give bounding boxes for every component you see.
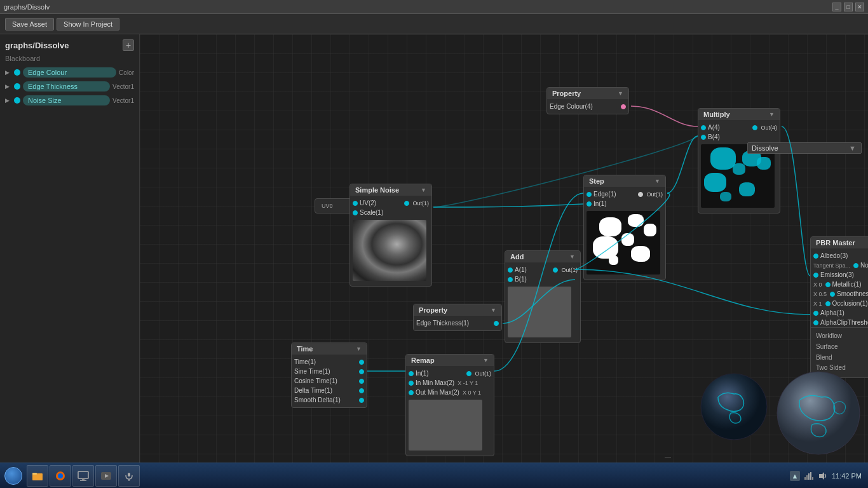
preview-sphere-1-svg xyxy=(699,369,769,445)
port-mul-b[interactable] xyxy=(701,135,706,140)
simple-noise-expand[interactable]: ▼ xyxy=(421,187,426,193)
port-pbr-smoothness[interactable] xyxy=(830,292,835,297)
prop-dot-edge-thickness xyxy=(14,83,20,90)
port-mul-a[interactable] xyxy=(701,125,706,130)
titlebar: graphs/Dissolv _ □ ✕ xyxy=(0,0,868,14)
multiply-preview xyxy=(701,144,775,208)
sidebar-add-button[interactable]: + xyxy=(123,39,134,51)
remap-outminmax-row: Out Min Max(2) X 0 Y 1 xyxy=(406,388,494,397)
port-add-b[interactable] xyxy=(508,277,513,282)
maximize-button[interactable]: □ xyxy=(844,3,853,11)
port-step-edge[interactable] xyxy=(587,192,592,197)
add-b-row: B(1) xyxy=(505,274,580,284)
node-step[interactable]: Step ▼ Edge(1) Out(1) In(1) xyxy=(583,175,666,280)
node-property-thickness[interactable]: Property ▼ Edge Thickness(1) xyxy=(413,304,502,331)
prop-label-edge-colour[interactable]: Edge Colour xyxy=(23,67,116,78)
port-pbr-alpha[interactable] xyxy=(813,311,818,316)
pbr-blend-row: Blend Alp... xyxy=(813,352,868,363)
add-expand[interactable]: ▼ xyxy=(569,254,575,260)
port-pbr-alphaclip[interactable] xyxy=(813,320,818,325)
canvas-area[interactable]: UV0 Simple Noise ▼ UV(2) Out(1) xyxy=(140,34,868,463)
svg-rect-16 xyxy=(810,472,811,480)
port-smooth-out[interactable] xyxy=(359,398,364,403)
port-delta-out[interactable] xyxy=(359,388,364,393)
step-expand[interactable]: ▼ xyxy=(654,178,660,184)
start-orb-icon xyxy=(4,467,22,485)
port-pbr-albedo[interactable] xyxy=(813,254,818,259)
time-delta-row: Delta Time(1) xyxy=(292,386,367,395)
port-remap-out[interactable] xyxy=(466,371,471,376)
remap-inminmax-value: X -1 Y 1 xyxy=(458,380,478,386)
taskbar-app-firefox[interactable] xyxy=(50,465,71,487)
time-expand[interactable]: ▼ xyxy=(356,346,362,352)
port-mul-out[interactable] xyxy=(752,125,757,130)
scroll-indicator: — xyxy=(665,453,671,460)
node-add[interactable]: Add ▼ A(1) Out(1) B(1) xyxy=(505,250,581,343)
minimize-button[interactable]: _ xyxy=(832,3,841,11)
taskbar-clock: 11:42 PM xyxy=(832,472,862,480)
port-add-a[interactable] xyxy=(508,268,513,273)
expand-icon-noise[interactable]: ▶ xyxy=(5,97,11,104)
port-add-out[interactable] xyxy=(553,268,558,273)
pbr-master-body: Albedo(3) Tangent Spa... Normal(3) Emiss… xyxy=(811,248,868,377)
close-button[interactable]: ✕ xyxy=(855,3,864,11)
blackboard-label: Blackboard xyxy=(5,55,134,62)
port-step-in[interactable] xyxy=(587,201,592,207)
port-pbr-metallic[interactable] xyxy=(825,282,831,287)
property-colour-expand[interactable]: ▼ xyxy=(618,90,623,97)
port-time-out[interactable] xyxy=(359,360,364,365)
taskbar-app-media[interactable] xyxy=(95,465,117,487)
pbr-occlusion-row: X 1 Occlusion(1) xyxy=(811,299,868,308)
pbr-metallic-row: X 0 Metallic(1) xyxy=(811,280,868,289)
port-sn-scale-in[interactable] xyxy=(353,210,358,215)
taskbar-app-display[interactable] xyxy=(72,465,94,487)
node-property-colour[interactable]: Property ▼ Edge Colour(4) xyxy=(546,87,629,114)
node-remap[interactable]: Remap ▼ In(1) Out(1) In Min Max(2) X -1 … xyxy=(405,354,494,456)
remap-preview xyxy=(409,400,482,451)
port-remap-outminmax[interactable] xyxy=(409,390,414,395)
node-multiply[interactable]: Multiply ▼ A(4) Out(4) B(4) xyxy=(698,108,780,214)
port-pbr-normal[interactable] xyxy=(853,263,858,268)
port-remap-in[interactable] xyxy=(409,371,414,376)
save-asset-button[interactable]: Save Asset xyxy=(5,18,54,30)
start-button[interactable] xyxy=(3,465,24,487)
port-remap-inminmax[interactable] xyxy=(409,381,414,386)
taskbar-apps xyxy=(27,465,140,487)
expand-icon[interactable]: ▶ xyxy=(5,69,11,76)
node-pbr-master[interactable]: PBR Master ▼ Albedo(3) Tangent Spa... No… xyxy=(810,236,868,378)
port-sine-out[interactable] xyxy=(359,369,364,374)
property-thickness-title: Property xyxy=(419,306,447,314)
port-sn-out[interactable] xyxy=(404,201,409,206)
step-edge-row: Edge(1) Out(1) xyxy=(584,189,665,199)
taskbar-app-audio[interactable] xyxy=(118,465,140,487)
prop-label-noise-size[interactable]: Noise Size xyxy=(23,95,110,105)
remap-expand[interactable]: ▼ xyxy=(483,357,489,363)
multiply-expand[interactable]: ▼ xyxy=(769,111,775,118)
svg-point-1 xyxy=(777,372,860,454)
audio-icon xyxy=(123,470,135,482)
show-in-project-button[interactable]: Show In Project xyxy=(57,18,119,30)
port-step-out[interactable] xyxy=(638,192,643,197)
port-pbr-emission[interactable] xyxy=(813,273,818,278)
expand-icon-thickness[interactable]: ▶ xyxy=(5,83,11,90)
prop-label-edge-thickness[interactable]: Edge Thickness xyxy=(23,81,110,92)
port-thickness-out[interactable] xyxy=(494,321,499,326)
time-header: Time ▼ xyxy=(292,343,367,355)
dissolve-chevron-icon[interactable]: ▼ xyxy=(849,144,856,152)
port-colour-out[interactable] xyxy=(621,104,626,109)
property-thickness-expand[interactable]: ▼ xyxy=(491,307,496,313)
port-cosine-out[interactable] xyxy=(359,379,364,384)
node-simple-noise[interactable]: Simple Noise ▼ UV(2) Out(1) Scale(1) xyxy=(349,184,432,287)
tray-icon-up[interactable]: ▲ xyxy=(790,471,800,481)
simple-noise-title: Simple Noise xyxy=(355,186,399,194)
main-area: graphs/Dissolve + Blackboard ▶ Edge Colo… xyxy=(0,34,868,463)
taskbar-app-explorer[interactable] xyxy=(27,465,48,487)
node-time[interactable]: Time ▼ Time(1) Sine Time(1) Cosine Time(… xyxy=(291,342,367,408)
sidebar-property-edge-thickness: ▶ Edge Thickness Vector1 xyxy=(5,81,134,92)
add-a-row: A(1) Out(1) xyxy=(505,265,580,274)
prop-type-noise-size: Vector1 xyxy=(112,97,134,104)
pbr-master-header: PBR Master ▼ xyxy=(811,237,868,248)
port-sn-uv-in[interactable] xyxy=(353,201,358,206)
port-pbr-occlusion[interactable] xyxy=(825,301,831,306)
dissolve-label: Dissolve xyxy=(752,144,846,152)
